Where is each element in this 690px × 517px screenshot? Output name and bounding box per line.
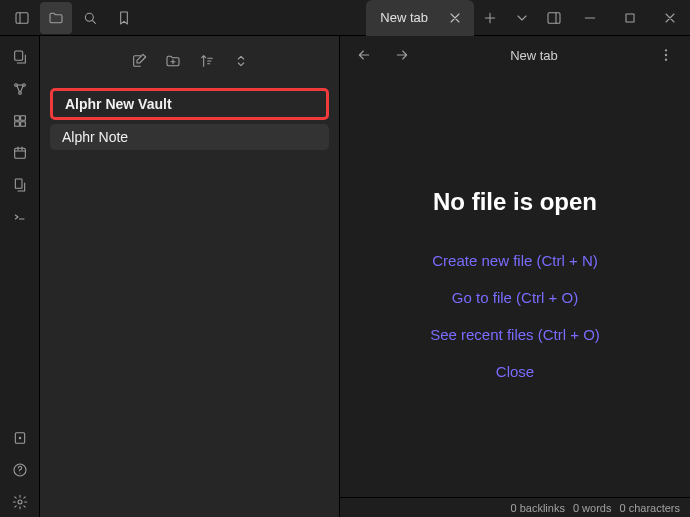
svg-point-19 [665, 54, 666, 55]
svg-rect-10 [14, 122, 19, 127]
svg-point-20 [665, 59, 666, 60]
maximize-icon[interactable] [610, 2, 650, 34]
file-explorer: Alphr New Vault Alphr Note [40, 36, 340, 517]
more-icon[interactable] [650, 39, 682, 71]
window-close-icon[interactable] [650, 2, 690, 34]
tab-new[interactable]: New tab [366, 0, 474, 36]
title-bar: New tab [0, 0, 690, 36]
minimize-icon[interactable] [570, 2, 610, 34]
svg-point-17 [18, 500, 22, 504]
svg-point-18 [665, 50, 666, 51]
collapse-sidebar-icon[interactable] [6, 2, 38, 34]
svg-rect-11 [20, 122, 25, 127]
graph-icon[interactable] [5, 74, 35, 104]
tab-label: New tab [380, 10, 428, 25]
help-icon[interactable] [5, 455, 35, 485]
settings-icon[interactable] [5, 487, 35, 517]
files-icon[interactable] [40, 2, 72, 34]
vault-icon[interactable] [5, 423, 35, 453]
editor-pane: New tab No file is open Create new file … [340, 36, 690, 517]
close-link[interactable]: Close [496, 359, 534, 384]
file-item[interactable]: Alphr Note [50, 124, 329, 150]
sort-icon[interactable] [192, 46, 222, 76]
right-sidebar-icon[interactable] [538, 2, 570, 34]
command-icon[interactable] [5, 202, 35, 232]
svg-rect-4 [14, 51, 22, 60]
svg-rect-14 [15, 433, 24, 444]
collapse-icon[interactable] [226, 46, 256, 76]
svg-rect-13 [15, 179, 22, 188]
svg-rect-8 [14, 116, 19, 121]
status-bar: 0 backlinks 0 words 0 characters [340, 497, 690, 517]
status-backlinks[interactable]: 0 backlinks [511, 502, 565, 514]
bookmark-icon[interactable] [108, 2, 140, 34]
create-new-file-link[interactable]: Create new file (Ctrl + N) [432, 248, 597, 273]
new-tab-icon[interactable] [474, 2, 506, 34]
file-name: Alphr Note [62, 129, 128, 145]
templates-icon[interactable] [5, 170, 35, 200]
nav-forward-icon[interactable] [386, 39, 418, 71]
status-words[interactable]: 0 words [573, 502, 612, 514]
daily-note-icon[interactable] [5, 138, 35, 168]
svg-rect-9 [20, 116, 25, 121]
tab-list-icon[interactable] [506, 2, 538, 34]
svg-rect-0 [16, 12, 28, 23]
recent-files-link[interactable]: See recent files (Ctrl + O) [430, 322, 600, 347]
svg-point-1 [85, 13, 93, 21]
svg-point-15 [19, 437, 20, 438]
status-chars[interactable]: 0 characters [619, 502, 680, 514]
quick-switcher-icon[interactable] [5, 42, 35, 72]
search-icon[interactable] [74, 2, 106, 34]
go-to-file-link[interactable]: Go to file (Ctrl + O) [452, 285, 578, 310]
view-title: New tab [418, 48, 650, 63]
close-tab-icon[interactable] [446, 9, 464, 27]
empty-heading: No file is open [433, 188, 597, 216]
svg-rect-2 [548, 12, 560, 23]
svg-rect-12 [14, 148, 25, 158]
canvas-icon[interactable] [5, 106, 35, 136]
nav-back-icon[interactable] [348, 39, 380, 71]
new-folder-icon[interactable] [158, 46, 188, 76]
file-item-selected[interactable]: Alphr New Vault [50, 88, 329, 120]
new-note-icon[interactable] [124, 46, 154, 76]
file-name: Alphr New Vault [65, 96, 172, 112]
svg-rect-3 [626, 14, 634, 22]
ribbon [0, 36, 40, 517]
